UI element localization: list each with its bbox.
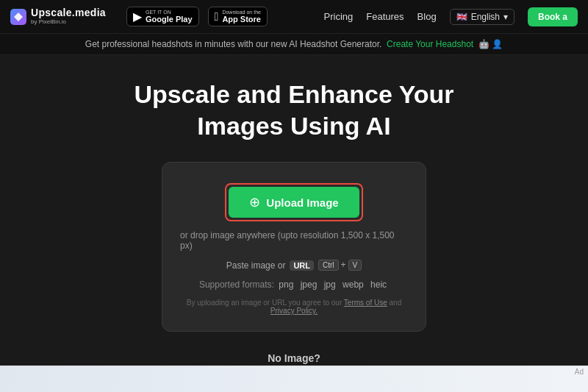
- ad-label: Ad: [575, 368, 584, 376]
- google-play-text: GET IT ON Google Play: [146, 10, 193, 24]
- apple-icon: : [215, 10, 219, 24]
- chevron-down-icon: ▾: [503, 12, 508, 22]
- upload-button-wrapper: ⊕ Upload Image: [225, 183, 362, 221]
- logo-icon: [10, 9, 26, 25]
- privacy-link[interactable]: Privacy Policy.: [270, 307, 318, 315]
- v-key: V: [348, 260, 362, 271]
- upload-area: ⊕ Upload Image or drop image anywhere (u…: [162, 162, 426, 332]
- upload-button[interactable]: ⊕ Upload Image: [229, 187, 359, 218]
- format-jpg: jpg: [324, 279, 336, 290]
- create-headshot-link[interactable]: Create Your Headshot: [387, 39, 473, 49]
- logo-area[interactable]: Upscale.media by PixelBin.io: [10, 7, 112, 25]
- announcement-bar: Get professional headshots in minutes wi…: [0, 34, 588, 55]
- google-play-icon: ▶: [133, 10, 142, 24]
- formats-row: Supported formats: png jpeg jpg webp hei…: [199, 279, 389, 290]
- nav-features[interactable]: Features: [366, 11, 404, 22]
- navbar: Upscale.media by PixelBin.io ▶ GET IT ON…: [0, 0, 588, 34]
- paste-row: Paste image or URL Ctrl + V: [226, 260, 362, 271]
- ad-banner: Ad: [0, 366, 588, 392]
- keyboard-shortcut: Ctrl + V: [318, 260, 362, 271]
- app-store-text: Download on the App Store: [222, 10, 261, 24]
- hero-title: Upscale and Enhance Your Images Using AI: [134, 79, 453, 141]
- announce-text: Get professional headshots in minutes wi…: [85, 39, 382, 49]
- lang-flag: 🇬🇧: [456, 12, 467, 22]
- terms-link[interactable]: Terms of Use: [344, 299, 387, 307]
- app-store-button[interactable]:  Download on the App Store: [208, 7, 268, 27]
- plus-circle-icon: ⊕: [249, 194, 260, 210]
- format-webp: webp: [343, 279, 364, 290]
- google-play-button[interactable]: ▶ GET IT ON Google Play: [126, 7, 199, 27]
- logo-title: Upscale.media: [31, 7, 106, 18]
- nav-blog[interactable]: Blog: [417, 11, 437, 22]
- no-image-title: No Image?: [268, 352, 320, 364]
- format-heic: heic: [370, 279, 387, 290]
- logo-text: Upscale.media by PixelBin.io: [31, 7, 106, 25]
- lang-label: English: [471, 12, 500, 22]
- format-jpeg: jpeg: [301, 279, 318, 290]
- language-button[interactable]: 🇬🇧 English ▾: [450, 9, 514, 25]
- svg-marker-0: [14, 13, 23, 21]
- logo-subtitle: by PixelBin.io: [31, 19, 106, 26]
- ad-content[interactable]: [0, 366, 588, 392]
- drop-text: or drop image anywhere (upto resolution …: [180, 230, 408, 251]
- plus-separator: +: [341, 260, 346, 271]
- url-badge: URL: [290, 260, 314, 271]
- terms-text: By uploading an image or URL you agree t…: [180, 299, 408, 315]
- book-button[interactable]: Book a: [528, 7, 578, 26]
- format-png: png: [279, 279, 293, 290]
- nav-links: Pricing Features Blog 🇬🇧 English ▾ Book …: [324, 7, 578, 26]
- main-content: Upscale and Enhance Your Images Using AI…: [0, 55, 588, 392]
- ctrl-key: Ctrl: [318, 260, 339, 271]
- nav-pricing[interactable]: Pricing: [324, 11, 354, 22]
